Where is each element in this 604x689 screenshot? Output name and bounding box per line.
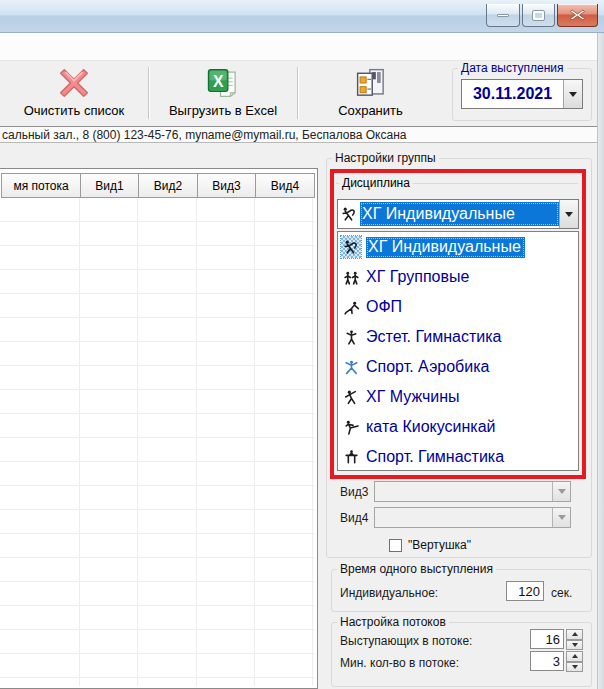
seconds-unit-label: сек. (551, 586, 572, 600)
individual-time-input[interactable]: 120 (506, 581, 544, 601)
save-label: Сохранить (338, 103, 403, 118)
min-per-stream-input[interactable]: 3 (530, 651, 564, 671)
discipline-option-hg-men[interactable]: ХГ Мужчины (338, 382, 578, 412)
vid4-dropdown[interactable] (374, 507, 571, 528)
export-excel-button[interactable]: X Выгрузить в Excel (153, 63, 293, 123)
table-header: мя потока Вид1 Вид2 Вид3 Вид4 (1, 173, 315, 198)
vid3-label: Вид3 (340, 485, 368, 499)
date-dropdown-button[interactable] (563, 80, 582, 108)
discipline-selected-value: ХГ Индивидуальные (360, 202, 559, 226)
spin-down-button[interactable] (566, 640, 583, 651)
chevron-down-icon (569, 92, 577, 97)
discipline-option-list: ХГ Индивидуальные ХГ Групповые ОФП Эстет… (337, 231, 579, 471)
vid4-label: Вид4 (340, 511, 368, 525)
spin-up-button[interactable] (566, 651, 583, 662)
table-body[interactable] (0, 198, 315, 686)
discipline-dropdown[interactable]: ХГ Индивидуальные (337, 199, 579, 229)
minimize-button[interactable] (486, 4, 520, 27)
svg-text:X: X (213, 73, 224, 90)
performers-per-stream-label: Выступающих в потоке: (340, 634, 472, 648)
chevron-down-icon (558, 489, 566, 494)
vid4-dropdown-button[interactable] (552, 508, 570, 527)
group-settings-label: Настройки группы (332, 151, 439, 165)
toolbar: Очистить список X Выгрузить в Excel (0, 60, 604, 125)
ribbon-gymnast-icon (338, 206, 360, 223)
date-dropdown[interactable]: 30.11.2021 (461, 79, 583, 109)
vid3-dropdown-button[interactable] (552, 482, 570, 501)
individual-time-label: Индивидуальное: (340, 586, 438, 600)
table-row (0, 558, 315, 582)
discipline-option-esthetic[interactable]: Эстет. Гимнастика (338, 322, 578, 352)
spin-up-button[interactable] (566, 629, 583, 640)
group-gymnasts-icon (341, 266, 361, 288)
column-header-vid2[interactable]: Вид2 (138, 173, 198, 198)
clear-list-icon (57, 63, 91, 103)
column-header-vid3[interactable]: Вид3 (197, 173, 256, 198)
caption-buttons (486, 4, 598, 27)
clear-list-label: Очистить список (24, 103, 125, 118)
toolbar-separator (297, 67, 298, 119)
table-row (0, 198, 315, 222)
schedule-table: мя потока Вид1 Вид2 Вид3 Вид4 (0, 168, 318, 689)
performers-per-stream-input[interactable]: 16 (530, 629, 564, 649)
table-row (0, 606, 315, 630)
clear-list-button[interactable]: Очистить список (4, 63, 144, 123)
close-button[interactable] (557, 4, 598, 27)
discipline-option-aerobics[interactable]: Спорт. Аэробика (338, 352, 578, 382)
discipline-option-hg-individual[interactable]: ХГ Индивидуальные (338, 232, 578, 262)
discipline-option-kata[interactable]: ката Киокусинкай (338, 412, 578, 442)
aerobics-figure-icon (341, 356, 361, 378)
column-header-vid1[interactable]: Вид1 (80, 173, 139, 198)
spin-down-button[interactable] (566, 662, 583, 673)
table-row (0, 438, 315, 462)
chevron-down-icon (565, 212, 573, 217)
vertushka-row: "Вертушка" (389, 538, 471, 552)
export-excel-label: Выгрузить в Excel (169, 103, 277, 118)
table-row (0, 342, 315, 366)
date-value: 30.11.2021 (462, 85, 563, 103)
table-row (0, 678, 315, 689)
close-icon (570, 9, 585, 21)
discipline-option-hg-group[interactable]: ХГ Групповые (338, 262, 578, 292)
grid-line (79, 198, 80, 686)
status-text: сальный зал., 8 (800) 123-45-76, myname@… (2, 128, 406, 142)
table-row (0, 294, 315, 318)
karate-kick-icon (341, 416, 361, 438)
date-group-label: Дата выступления (458, 61, 567, 75)
performance-time-label: Время одного выступления (337, 562, 496, 576)
table-row (0, 510, 315, 534)
discipline-option-sport-gymnastics[interactable]: Спорт. Гимнастика (338, 442, 578, 472)
chevron-down-icon (558, 515, 566, 520)
spin-down-icon (572, 665, 578, 669)
save-report-icon (354, 63, 388, 103)
table-row (0, 366, 315, 390)
table-row (0, 270, 315, 294)
table-row (0, 534, 315, 558)
maximize-button[interactable] (522, 4, 555, 27)
column-header-vid4[interactable]: Вид4 (255, 173, 315, 198)
vertushka-checkbox[interactable] (389, 539, 402, 552)
grid-line (137, 198, 138, 686)
discipline-label: Дисциплина (339, 176, 413, 190)
discipline-dropdown-button[interactable] (559, 200, 578, 228)
column-header-time[interactable]: мя потока (1, 173, 81, 198)
table-row (0, 414, 315, 438)
table-row (0, 318, 315, 342)
grid-line (312, 198, 313, 686)
discipline-option-ofp[interactable]: ОФП (338, 292, 578, 322)
performers-per-stream-spinner (566, 629, 583, 650)
vid3-dropdown[interactable] (374, 481, 571, 502)
window-right-frame (597, 33, 604, 689)
table-row (0, 630, 315, 654)
table-row (0, 486, 315, 510)
toolbar-separator (148, 67, 149, 119)
male-gymnast-icon (341, 386, 361, 408)
menu-strip (0, 33, 604, 60)
table-row (0, 462, 315, 486)
save-button[interactable]: Сохранить (303, 63, 438, 123)
title-bar (0, 0, 604, 33)
grid-line (254, 198, 255, 686)
min-per-stream-label: Мин. кол-во в потоке: (340, 656, 459, 670)
stream-settings-label: Настройка потоков (337, 615, 449, 629)
dancer-icon (341, 326, 361, 348)
